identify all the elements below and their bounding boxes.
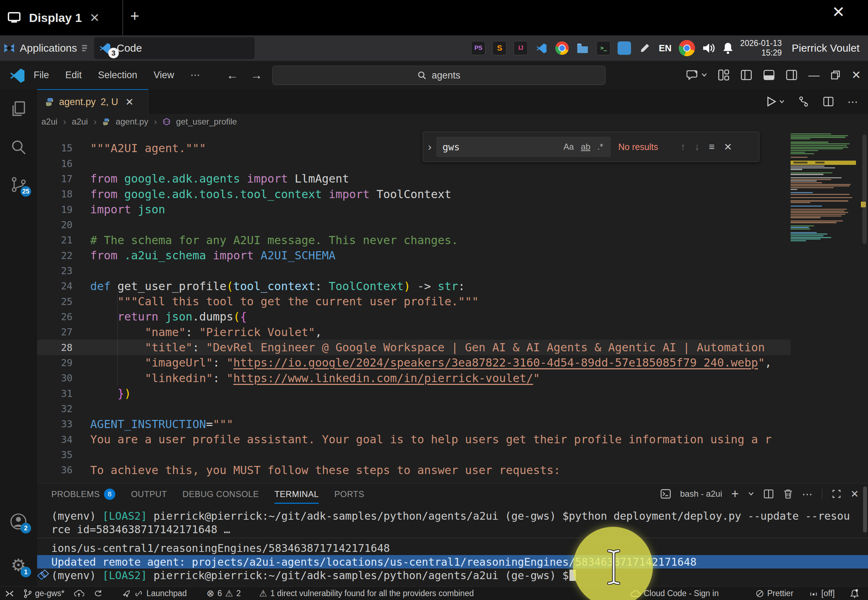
menu-view[interactable]: View (154, 70, 174, 81)
source-control-graph-icon[interactable] (798, 96, 809, 107)
tab-close-icon[interactable]: ✕ (125, 96, 133, 108)
maximize-panel-icon[interactable] (832, 489, 841, 499)
match-case-toggle[interactable]: Aa (564, 142, 574, 152)
add-display-button[interactable]: + (130, 7, 139, 25)
code-line-32[interactable]: 32 (37, 401, 791, 417)
find-input[interactable]: gws Aa ab .* (437, 137, 611, 157)
sublime-icon[interactable]: S (492, 41, 507, 55)
code-line-35[interactable]: 35 (37, 447, 791, 462)
intellij-icon[interactable]: IJ (514, 41, 528, 55)
explorer-icon[interactable] (9, 100, 27, 118)
code-line-22[interactable]: 22from .a2ui_schema import A2UI_SCHEMA (37, 248, 791, 263)
code-line-20[interactable]: 20 (37, 217, 791, 232)
window-close-icon[interactable]: ✕ (851, 68, 861, 82)
prettier-status[interactable]: Prettier (756, 589, 793, 598)
terminal-line[interactable]: (myenv) [LOAS2] pierrick@pierrick:~/git/… (37, 568, 868, 582)
toggle-sidebar-icon[interactable] (740, 69, 752, 81)
kill-terminal-icon[interactable] (783, 489, 793, 499)
panel-tab-debug-console[interactable]: DEBUG CONSOLE (183, 484, 259, 504)
vulnerability-status[interactable]: ⚠ 1 direct vulnerability found for all t… (259, 588, 474, 598)
code-line-29[interactable]: 29 "imageUrl": "https://io.google/2024/s… (37, 355, 791, 370)
code-line-24[interactable]: 24def get_user_profile(tool_context: Too… (37, 279, 791, 294)
problems-status[interactable]: ⊗ 6 ⚠ 2 (207, 588, 241, 599)
code-line-36[interactable]: 36To achieve this, you MUST follow these… (37, 462, 791, 477)
display-tab[interactable]: Display 1 ✕ (7, 4, 100, 31)
editor-scrollbar[interactable] (862, 135, 866, 244)
code-line-33[interactable]: 33AGENT_INSTRUCTION=""" (37, 417, 791, 432)
code-line-28[interactable]: 28 "title": "DevRel Engineer @ Google Wo… (37, 339, 791, 355)
minimize-icon[interactable]: — (808, 69, 820, 82)
breadcrumb-symbol[interactable]: get_user_profile (176, 117, 237, 127)
toggle-secondary-sidebar-icon[interactable] (786, 69, 798, 81)
new-terminal-icon[interactable]: + (732, 486, 739, 501)
chat-button[interactable] (687, 69, 707, 81)
code-line-30[interactable]: 30 "linkedin": "https://www.linkedin.com… (37, 370, 791, 386)
find-in-selection-icon[interactable]: ≡ (709, 141, 714, 153)
vscode-tray-icon[interactable] (535, 41, 548, 55)
find-close-icon[interactable]: ✕ (724, 141, 732, 153)
screenshot-pen-icon[interactable] (638, 41, 652, 55)
volume-icon[interactable] (702, 42, 715, 54)
launchpad-status[interactable]: Launchpad (122, 589, 187, 598)
terminal-tray-icon[interactable]: >_ (596, 41, 611, 55)
split-editor-icon[interactable] (823, 96, 834, 107)
sync-status-icon[interactable] (94, 589, 103, 598)
menu-overflow-icon[interactable]: ⋯ (190, 69, 200, 81)
find-previous-icon[interactable]: ↑ (680, 141, 685, 153)
keyboard-layout-indicator[interactable]: EN (659, 43, 671, 54)
find-next-icon[interactable]: ↓ (695, 141, 700, 153)
chromium-icon[interactable] (555, 41, 569, 55)
menu-edit[interactable]: Edit (65, 70, 82, 81)
split-terminal-icon[interactable] (763, 489, 774, 499)
settings-gear-icon[interactable]: ⚙ 1 (9, 556, 27, 574)
remote-indicator[interactable] (5, 589, 14, 598)
close-panel-icon[interactable]: ✕ (851, 488, 859, 500)
viewer-close-button[interactable]: ✕ (832, 3, 845, 21)
source-control-icon[interactable]: 25 (9, 176, 27, 194)
code-line-26[interactable]: 26 return json.dumps({ (37, 309, 791, 324)
command-center-search[interactable]: agents (272, 66, 606, 85)
display-settings-icon[interactable] (618, 41, 631, 55)
terminal-scrollbar[interactable] (863, 486, 867, 532)
code-line-27[interactable]: 27 "name": "Pierrick Voulet", (37, 324, 791, 339)
panel-more-icon[interactable]: ⋯ (802, 488, 813, 500)
terminal-line-selected[interactable]: Updated remote agent: projects/a2ui-agen… (37, 555, 868, 568)
terminal-line[interactable]: (myenv) [LOAS2] pierrick@pierrick:~/git/… (37, 509, 868, 523)
panel-tab-ports[interactable]: PORTS (334, 484, 364, 504)
breadcrumb-a2ui[interactable]: a2ui (41, 117, 57, 127)
customize-layout-icon[interactable] (718, 69, 730, 81)
breadcrumb-file[interactable]: agent.py (116, 117, 148, 127)
terminal-line[interactable]: rce id=5834638717142171648 … (37, 523, 868, 536)
clock[interactable]: 2026-01-13 15:29 (740, 39, 782, 58)
restore-icon[interactable] (830, 70, 841, 80)
regex-toggle[interactable]: .* (597, 142, 603, 152)
run-button[interactable] (767, 96, 785, 107)
whole-word-toggle[interactable]: ab (581, 142, 590, 152)
code-line-21[interactable]: 21# The schema for any A2UI message. Thi… (37, 232, 791, 248)
git-branch-status[interactable]: ge-gws* (23, 589, 64, 598)
code-line-23[interactable]: 23 (37, 263, 791, 279)
terminal-output[interactable]: (myenv) [LOAS2] pierrick@pierrick:~/git/… (37, 504, 868, 591)
terminal-title[interactable]: bash - a2ui (680, 489, 722, 499)
more-actions-icon[interactable]: ⋯ (847, 95, 858, 108)
notifications-bell-icon[interactable] (723, 42, 733, 54)
applications-menu[interactable]: Applications (3, 42, 88, 55)
go-back-icon[interactable]: ← (226, 68, 238, 82)
panel-tab-problems[interactable]: PROBLEMS8 (51, 483, 115, 505)
code-line-19[interactable]: 19import json (37, 202, 791, 217)
phpstorm-icon[interactable]: PS (471, 41, 485, 55)
search-sidebar-icon[interactable] (9, 138, 27, 156)
accounts-icon[interactable]: 2 (9, 512, 27, 531)
minimap[interactable] (791, 133, 856, 242)
notifications-status[interactable] (850, 589, 859, 598)
code-line-17[interactable]: 17from google.adk.agents import LlmAgent (37, 171, 791, 186)
screencast-status[interactable]: [off] (809, 589, 835, 598)
display-tab-close-icon[interactable]: ✕ (89, 11, 100, 25)
panel-tab-output[interactable]: OUTPUT (131, 484, 167, 504)
breadcrumb-a2ui-2[interactable]: a2ui (72, 117, 88, 127)
publish-changes-icon[interactable] (74, 589, 84, 598)
code-line-18[interactable]: 18from google.adk.tools.tool_context imp… (37, 186, 791, 202)
terminal-dropdown-icon[interactable] (748, 492, 754, 496)
menu-file[interactable]: File (33, 70, 49, 81)
terminal-line[interactable]: ions/us-central1/reasoningEngines/583463… (37, 542, 868, 555)
